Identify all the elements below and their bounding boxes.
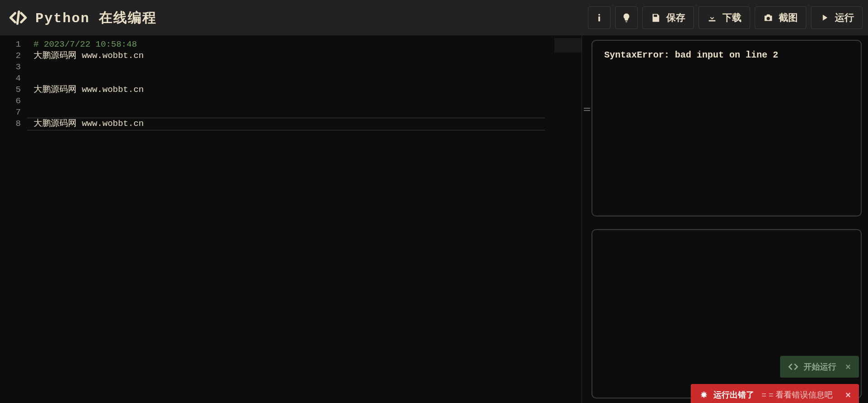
app-title: Python 在线编程 [35,9,157,27]
editor-pane[interactable]: 12345678 # 2023/7/22 10:58:48大鹏源码网 www.w… [0,35,582,403]
code-line[interactable] [34,62,582,73]
line-number: 6 [0,96,27,107]
code-line[interactable] [34,107,582,118]
save-label: 保存 [666,11,685,24]
error-toast-label: 运行出错了 [713,389,754,400]
error-toast[interactable]: 运行出错了 = = 看看错误信息吧 × [691,384,859,403]
run-toast-label: 开始运行 [804,361,836,372]
line-gutter: 12345678 [0,35,27,403]
code-line[interactable]: 大鹏源码网 www.wobbt.cn [34,118,582,130]
code-icon [788,362,798,372]
line-number: 1 [0,39,27,50]
download-icon [707,13,717,23]
line-number: 4 [0,73,27,84]
error-toast-detail: = = 看看错误信息吧 [761,389,833,400]
output-text: SyntaxError: bad input on line 2 [604,50,849,60]
brand: Python 在线编程 [9,9,157,27]
main: 12345678 # 2023/7/22 10:58:48大鹏源码网 www.w… [0,35,868,403]
screenshot-label: 截图 [779,11,798,24]
code-line[interactable] [34,73,582,84]
hint-button[interactable] [615,6,638,29]
camera-icon [763,13,773,23]
code-line[interactable]: 大鹏源码网 www.wobbt.cn [34,84,582,96]
code-area[interactable]: # 2023/7/22 10:58:48大鹏源码网 www.wobbt.cn大鹏… [27,35,582,403]
save-icon [651,13,661,23]
save-button[interactable]: 保存 [642,6,694,29]
screenshot-button[interactable]: 截图 [755,6,806,29]
svg-line-0 [17,12,19,24]
pane-resize-handle[interactable] [582,35,592,403]
line-number: 7 [0,107,27,118]
line-number: 8 [0,118,27,130]
info-button[interactable] [588,6,611,29]
editor-scrollbar[interactable] [573,35,582,403]
play-icon [820,13,829,23]
run-label: 运行 [835,11,854,24]
side-panels: SyntaxError: bad input on line 2 [592,35,868,403]
output-panel[interactable]: SyntaxError: bad input on line 2 [592,40,862,216]
download-label: 下载 [723,11,742,24]
close-icon[interactable]: × [845,390,851,400]
resize-grip-icon [584,108,590,109]
lightbulb-icon [621,13,631,23]
line-number: 5 [0,84,27,96]
code-line[interactable]: 大鹏源码网 www.wobbt.cn [34,50,582,62]
svg-rect-2 [598,16,600,21]
code-icon [9,9,27,27]
line-number: 3 [0,62,27,73]
toolbar: Python 在线编程 保存 下载 [0,0,868,35]
download-button[interactable]: 下载 [698,6,750,29]
run-button[interactable]: 运行 [811,6,863,29]
info-icon [594,13,604,23]
svg-point-1 [598,14,600,16]
line-number: 2 [0,50,27,62]
run-toast[interactable]: 开始运行 × [780,356,859,378]
close-icon[interactable]: × [845,362,851,372]
code-line[interactable]: # 2023/7/22 10:58:48 [34,39,582,50]
bug-icon [699,390,709,400]
code-line[interactable] [34,96,582,107]
